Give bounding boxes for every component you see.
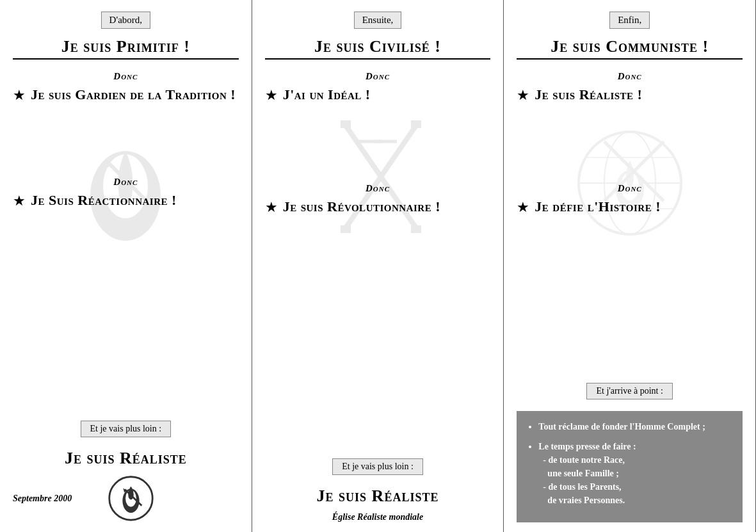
col1-tag: D'abord, [101,12,150,29]
col2-watermark-area: Donc ★ Je suis Révolutionnaire ! Et je v… [265,106,491,506]
col2-star1-icon: ★ [265,87,278,104]
col1-donc1: Donc [113,71,138,82]
col3-gray-list: Tout réclame de fonder l'Homme Complet ;… [538,420,734,507]
col1-date: Septembre 2000 [13,494,72,504]
svg-line-3 [106,164,109,167]
col3-bottom-tag: Et j'arrive à point : [586,383,672,399]
col3-star2-item: ★ Je défie l'Histoire ! [517,198,743,216]
col2-conclusion: Je suis Réaliste [317,487,439,506]
col3-gray-box: Tout réclame de fonder l'Homme Complet ;… [517,411,743,522]
col3-donc1: Donc [618,71,642,82]
col3-tag: Enfin, [609,12,650,29]
col2-footer: Église Réaliste mondiale [265,506,491,522]
col2-star2-text: Je suis Révolutionnaire ! [283,198,440,216]
col1-title: Je suis Primitif ! [13,36,239,60]
col1-star1-text: Je suis Gardien de la Tradition ! [31,86,236,104]
col3-watermark-area: Donc ★ Je défie l'Histoire ! Et j'arrive… [517,106,743,522]
col1-donc2: Donc [113,177,138,188]
col1-footer: Septembre 2000 [13,468,239,522]
svg-rect-11 [341,120,351,128]
col2-donc2: Donc [366,183,390,194]
col1-conclusion: Je suis Réaliste [65,449,187,468]
col3-title: Je suis Communiste ! [517,36,743,60]
col1-bottom-tag: Et je vais plus loin : [81,421,172,437]
column-1: D'abord, Je suis Primitif ! Donc ★ Je su… [0,0,252,532]
svg-rect-14 [411,225,421,233]
gray-item-2: Le temps presse de faire : - de toute no… [538,440,734,507]
col2-star2-icon: ★ [265,199,278,216]
svg-rect-12 [411,120,421,128]
column-2: Ensuite, Je suis Civilisé ! Donc ★ J'ai … [252,0,504,532]
svg-rect-13 [341,225,351,233]
col1-watermark-area: Donc ★ Je Suis Réactionnaire ! Et je vai… [13,106,239,468]
col2-watermark [320,106,435,247]
col3-star1-text: Je suis Réaliste ! [535,86,642,104]
col3-star2-icon: ★ [517,199,529,216]
col1-star1-icon: ★ [13,87,26,104]
col2-star1-item: ★ J'ai un Idéal ! [265,86,491,104]
col1-star2-item: ★ Je Suis Réactionnaire ! [13,191,239,209]
col2-star2-item: ★ Je suis Révolutionnaire ! [265,198,491,216]
col2-org: Église Réaliste mondiale [332,512,423,522]
footer-logo [107,474,155,522]
col2-donc1: Donc [366,71,390,82]
col3-star2-text: Je défie l'Histoire ! [535,198,661,216]
col3-star1-icon: ★ [517,87,529,104]
gray-item-1: Tout réclame de fonder l'Homme Complet ; [538,420,734,433]
col3-watermark [569,106,691,254]
col2-star1-text: J'ai un Idéal ! [283,86,371,104]
col2-title: Je suis Civilisé ! [265,36,491,60]
col3-star1-item: ★ Je suis Réaliste ! [517,86,743,104]
column-3: Enfin, Je suis Communiste ! Donc ★ Je su… [504,0,756,532]
col1-star1-item: ★ Je suis Gardien de la Tradition ! [13,86,239,104]
col2-tag: Ensuite, [354,12,402,29]
col1-star2-icon: ★ [13,193,26,209]
col3-donc2: Donc [618,183,642,194]
col1-star2-text: Je Suis Réactionnaire ! [31,191,177,209]
col2-bottom-tag: Et je vais plus loin : [332,458,423,475]
